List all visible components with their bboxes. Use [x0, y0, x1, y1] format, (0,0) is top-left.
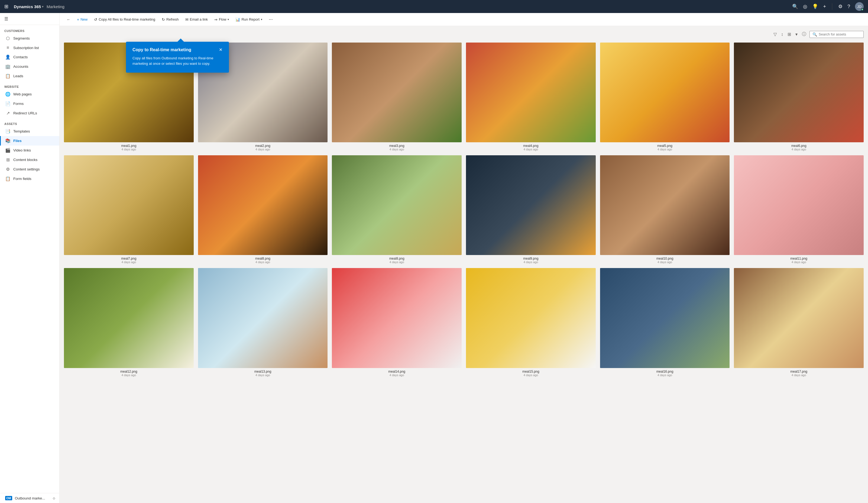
content-area-wrapper: ← + New ↺ Copy All files to Real-time ma… [60, 13, 868, 503]
file-thumb [466, 155, 596, 255]
file-card-meal4[interactable]: meal4.png 4 days ago [466, 43, 596, 151]
sidebar-item-label: Redirect URLs [13, 111, 37, 115]
file-date: 4 days ago [658, 373, 672, 377]
waffle-icon[interactable]: ⊞ [4, 3, 8, 10]
templates-icon: 📑 [5, 129, 11, 134]
file-name: meal16.png [657, 370, 673, 373]
search-box[interactable]: 🔍 [809, 31, 864, 38]
sidebar-item-content-settings[interactable]: ⚙ Content settings [0, 164, 59, 174]
target-icon[interactable]: ◎ [803, 3, 807, 10]
file-name: meal5.png [657, 144, 672, 148]
module-label: Marketing [46, 4, 64, 9]
sidebar-item-label: Web pages [13, 92, 32, 96]
file-thumb [198, 268, 328, 368]
file-name: meal3.png [389, 144, 404, 148]
file-date: 4 days ago [792, 260, 806, 264]
outbound-chevron-icon: ◇ [53, 496, 55, 500]
file-card-meal6[interactable]: meal6.png 4 days ago [734, 43, 864, 151]
email-link-button[interactable]: ✉ Email a link [183, 16, 210, 23]
forms-icon: 📄 [5, 101, 11, 106]
sidebar-item-video-links[interactable]: 🎬 Video links [0, 145, 59, 155]
copy-all-button[interactable]: ↺ Copy All files to Real-time marketing [91, 16, 158, 23]
file-thumb-image [734, 43, 864, 142]
sidebar-item-leads[interactable]: 📋 Leads [0, 71, 59, 81]
popup-body: Copy all files from Outbound marketing t… [133, 55, 223, 66]
sidebar-item-content-blocks[interactable]: ⊞ Content blocks [0, 155, 59, 164]
outbound-badge: OM [5, 496, 12, 500]
sidebar-item-templates[interactable]: 📑 Templates [0, 126, 59, 136]
leads-icon: 📋 [5, 73, 11, 79]
sidebar-item-form-fields[interactable]: 📋 Form fields [0, 174, 59, 184]
search-input[interactable] [819, 32, 861, 36]
avatar[interactable]: JD [855, 2, 864, 11]
file-thumb [64, 155, 194, 255]
file-card-meal7[interactable]: meal7.png 4 days ago [64, 155, 194, 264]
sidebar-item-web-pages[interactable]: 🌐 Web pages [0, 90, 59, 99]
plus-icon[interactable]: + [823, 4, 826, 10]
file-name: meal8.png [255, 257, 270, 260]
sort-icon[interactable]: ↕ [780, 31, 784, 38]
file-card-meal5[interactable]: meal5.png 4 days ago [600, 43, 730, 151]
file-date: 4 days ago [792, 148, 806, 151]
file-thumb-image [466, 155, 596, 255]
file-card-meal8b[interactable]: meal8.png 4 days ago [332, 155, 462, 264]
file-thumb [734, 43, 864, 142]
sidebar-item-accounts[interactable]: 🏢 Accounts [0, 62, 59, 71]
more-button[interactable]: ··· [266, 15, 276, 24]
sidebar: ☰ Customers ⬡ Segments ≡ Subscription li… [0, 13, 60, 503]
sidebar-item-files[interactable]: 📚 Files [0, 136, 59, 145]
brand-chevron-icon[interactable]: ▾ [42, 5, 43, 8]
file-thumb [466, 268, 596, 368]
popup-triangle [177, 39, 184, 42]
flow-button[interactable]: ⇒ Flow ▾ [211, 16, 231, 23]
form-fields-icon: 📋 [5, 176, 11, 181]
segments-icon: ⬡ [5, 36, 11, 41]
view-chevron-icon[interactable]: ▾ [794, 31, 799, 38]
file-thumb [600, 43, 730, 142]
file-thumb [466, 43, 596, 142]
file-card-meal17[interactable]: meal17.png 4 days ago [734, 268, 864, 377]
sidebar-item-label: Segments [13, 36, 30, 40]
sidebar-item-segments[interactable]: ⬡ Segments [0, 34, 59, 43]
sidebar-item-forms[interactable]: 📄 Forms [0, 99, 59, 109]
files-toolbar: ▽ ↕ ⊞ ▾ ⓘ 🔍 [64, 30, 864, 38]
file-name: meal7.png [121, 257, 136, 260]
file-card-meal11[interactable]: meal11.png 4 days ago [734, 155, 864, 264]
sidebar-item-outbound[interactable]: OM Outbound marke... ◇ [0, 493, 59, 503]
file-card-meal16[interactable]: meal16.png 4 days ago [600, 268, 730, 377]
file-thumb [332, 155, 462, 255]
view-grid-icon[interactable]: ⊞ [786, 31, 792, 38]
file-card-meal3[interactable]: meal3.png 4 days ago [332, 43, 462, 151]
filter-icon[interactable]: ▽ [772, 31, 778, 38]
file-card-meal12[interactable]: meal12.png 4 days ago [64, 268, 194, 377]
file-card-meal13[interactable]: meal13.png 4 days ago [198, 268, 328, 377]
file-card-meal15[interactable]: meal15.png 4 days ago [466, 268, 596, 377]
sidebar-item-contacts[interactable]: 👤 Contacts [0, 52, 59, 62]
file-date: 4 days ago [121, 373, 136, 377]
new-button[interactable]: + New [74, 16, 90, 23]
sidebar-item-label: Accounts [13, 64, 29, 69]
file-date: 4 days ago [524, 260, 538, 264]
file-card-meal9[interactable]: meal9.png 4 days ago [466, 155, 596, 264]
search-icon[interactable]: 🔍 [792, 3, 798, 10]
file-thumb-image [332, 155, 462, 255]
file-card-meal10[interactable]: meal10.png 4 days ago [600, 155, 730, 264]
sidebar-item-redirect-urls[interactable]: ↗ Redirect URLs [0, 109, 59, 118]
topbar: ⊞ Dynamics 365 ▾ Marketing 🔍 ◎ 💡 + ⚙ ? J… [0, 0, 868, 13]
file-name: meal15.png [522, 370, 539, 373]
file-card-meal14[interactable]: meal14.png 4 days ago [332, 268, 462, 377]
lightbulb-icon[interactable]: 💡 [812, 3, 818, 10]
file-thumb [64, 268, 194, 368]
gear-icon[interactable]: ⚙ [838, 3, 843, 10]
run-report-button[interactable]: 📊 Run Report ▾ [233, 16, 265, 23]
file-date: 4 days ago [524, 148, 538, 151]
file-card-meal8a[interactable]: meal8.png 4 days ago [198, 155, 328, 264]
help-icon[interactable]: ? [847, 4, 850, 10]
popup-close-button[interactable]: ✕ [219, 47, 223, 52]
contacts-icon: 👤 [5, 54, 11, 60]
hamburger-icon[interactable]: ☰ [4, 16, 8, 21]
refresh-button[interactable]: ↻ Refresh [159, 16, 182, 23]
back-button[interactable]: ← [64, 16, 73, 23]
sidebar-item-subscription-list[interactable]: ≡ Subscription list [0, 43, 59, 52]
info-icon[interactable]: ⓘ [801, 30, 807, 38]
